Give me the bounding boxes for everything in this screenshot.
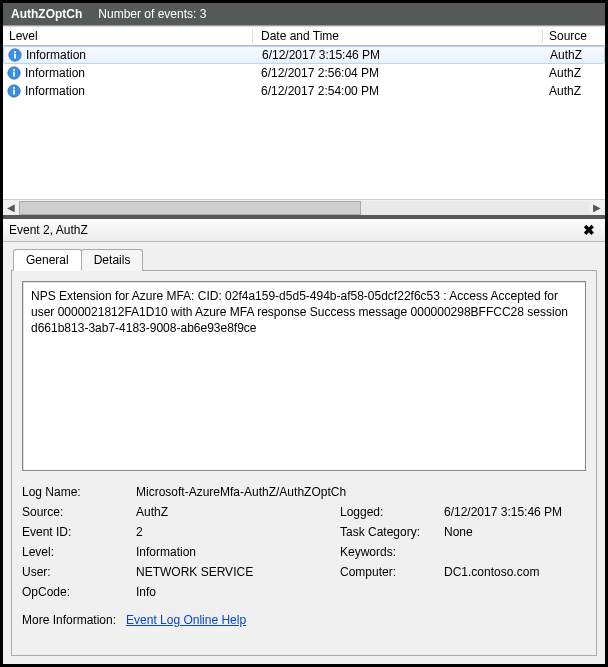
row-date: 6/12/2017 2:56:04 PM: [253, 66, 543, 80]
event-message-box[interactable]: NPS Extension for Azure MFA: CID: 02f4a1…: [22, 281, 586, 471]
scroll-left-arrow-icon[interactable]: ◀: [3, 201, 19, 215]
svg-rect-4: [13, 72, 15, 77]
computer-label: Computer:: [340, 565, 440, 579]
column-header-date[interactable]: Date and Time: [253, 29, 543, 43]
table-row[interactable]: Information 6/12/2017 2:56:04 PM AuthZ: [3, 64, 605, 82]
row-date: 6/12/2017 3:15:46 PM: [254, 48, 544, 62]
row-level: Information: [26, 48, 86, 62]
information-icon: [7, 66, 21, 80]
column-header-source[interactable]: Source: [543, 29, 605, 43]
event-rows: Information 6/12/2017 3:15:46 PM AuthZ I…: [3, 46, 605, 199]
row-date: 6/12/2017 2:54:00 PM: [253, 84, 543, 98]
column-header-level[interactable]: Level: [3, 29, 253, 43]
scroll-right-arrow-icon[interactable]: ▶: [589, 201, 605, 215]
more-information-row: More Information: Event Log Online Help: [22, 613, 586, 627]
keywords-label: Keywords:: [340, 545, 440, 559]
detail-titlebar: Event 2, AuthZ ✖: [3, 219, 605, 242]
event-list-pane: Level Date and Time Source Information 6…: [3, 25, 605, 215]
log-channel-name: AuthZOptCh: [11, 7, 82, 21]
event-viewer-frame: AuthZOptCh Number of events: 3 Level Dat…: [0, 0, 608, 667]
svg-rect-7: [13, 90, 15, 95]
event-properties-grid: Log Name: Microsoft-AzureMfa-AuthZ/AuthZ…: [22, 485, 586, 599]
task-category-value: None: [444, 525, 586, 539]
opcode-label: OpCode:: [22, 585, 132, 599]
titlebar: AuthZOptCh Number of events: 3: [3, 3, 605, 25]
computer-value: DC1.contoso.com: [444, 565, 586, 579]
logged-label: Logged:: [340, 505, 440, 519]
scroll-track[interactable]: [19, 201, 589, 215]
logged-value: 6/12/2017 3:15:46 PM: [444, 505, 586, 519]
log-name-label: Log Name:: [22, 485, 132, 499]
close-icon[interactable]: ✖: [579, 222, 599, 238]
row-level: Information: [25, 84, 85, 98]
opcode-value: Info: [136, 585, 586, 599]
svg-rect-8: [13, 87, 15, 89]
tab-details[interactable]: Details: [81, 249, 144, 271]
row-source: AuthZ: [543, 66, 605, 80]
table-row[interactable]: Information 6/12/2017 2:54:00 PM AuthZ: [3, 82, 605, 100]
task-category-label: Task Category:: [340, 525, 440, 539]
source-value: AuthZ: [136, 505, 336, 519]
detail-pane: Event 2, AuthZ ✖ General Details NPS Ext…: [3, 219, 605, 664]
more-information-label: More Information:: [22, 613, 116, 627]
level-label: Level:: [22, 545, 132, 559]
log-name-value: Microsoft-AzureMfa-AuthZ/AuthZOptCh: [136, 485, 586, 499]
row-source: AuthZ: [544, 48, 604, 62]
table-row[interactable]: Information 6/12/2017 3:15:46 PM AuthZ: [3, 46, 605, 64]
column-headers: Level Date and Time Source: [3, 26, 605, 46]
user-label: User:: [22, 565, 132, 579]
svg-rect-1: [14, 54, 16, 59]
tab-general-body: NPS Extension for Azure MFA: CID: 02f4a1…: [11, 270, 597, 656]
keywords-value: [444, 545, 586, 559]
event-count-label: Number of events: 3: [98, 7, 206, 21]
detail-tabs: General Details: [3, 242, 605, 270]
level-value: Information: [136, 545, 336, 559]
svg-rect-5: [13, 69, 15, 71]
row-level: Information: [25, 66, 85, 80]
tab-general[interactable]: General: [13, 249, 82, 271]
information-icon: [8, 48, 22, 62]
detail-title: Event 2, AuthZ: [9, 223, 88, 237]
event-id-value: 2: [136, 525, 336, 539]
svg-rect-2: [14, 51, 16, 53]
event-id-label: Event ID:: [22, 525, 132, 539]
horizontal-scrollbar[interactable]: ◀ ▶: [3, 199, 605, 215]
event-log-online-help-link[interactable]: Event Log Online Help: [126, 613, 246, 627]
scroll-thumb[interactable]: [19, 201, 361, 215]
source-label: Source:: [22, 505, 132, 519]
information-icon: [7, 84, 21, 98]
row-source: AuthZ: [543, 84, 605, 98]
user-value: NETWORK SERVICE: [136, 565, 336, 579]
